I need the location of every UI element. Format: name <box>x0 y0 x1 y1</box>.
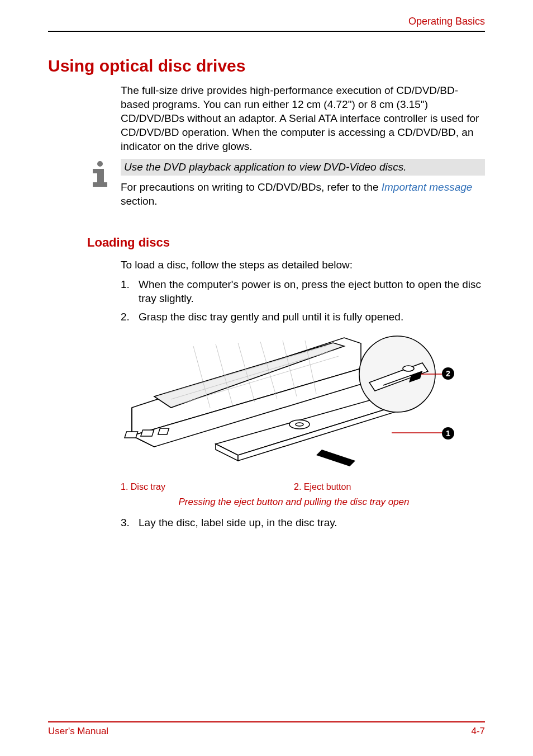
info-icon <box>87 160 113 190</box>
list-item: 1. When the computer's power is on, pres… <box>121 277 485 305</box>
precaution-paragraph: For precautions on writing to CD/DVD/BDs… <box>121 180 485 208</box>
important-message-link[interactable]: Important message <box>382 181 473 193</box>
footer-rule <box>48 721 485 722</box>
figure-callout-1: 1 <box>442 427 454 440</box>
step-number: 3. <box>121 516 139 530</box>
svg-rect-9 <box>125 432 138 438</box>
footer-page-number: 4-7 <box>471 726 485 737</box>
svg-rect-2 <box>97 169 104 185</box>
intro-paragraph: The full-size drive provides high-perfor… <box>121 83 485 153</box>
svg-point-20 <box>403 366 414 371</box>
heading-using-optical-disc-drives: Using optical disc drives <box>48 56 485 75</box>
step-text: Lay the disc, label side up, in the disc… <box>139 516 337 530</box>
svg-rect-10 <box>141 430 154 436</box>
note-text: Use the DVD playback application to view… <box>121 159 485 176</box>
heading-loading-discs: Loading discs <box>87 235 485 250</box>
step-number: 2. <box>121 310 139 324</box>
footer-manual-title: User's Manual <box>48 726 108 737</box>
loading-intro: To load a disc, follow the steps as deta… <box>121 258 485 272</box>
svg-rect-11 <box>158 428 169 434</box>
header-section-title: Operating Basics <box>48 16 485 31</box>
figure-label-eject-button: 2. Eject button <box>294 482 351 492</box>
figure-callout-2: 2 <box>442 367 454 380</box>
precaution-suffix: section. <box>121 195 157 207</box>
list-item: 3. Lay the disc, label side up, in the d… <box>121 516 485 530</box>
list-item: 2. Grasp the disc tray gently and pull u… <box>121 310 485 324</box>
svg-rect-3 <box>93 182 107 187</box>
figure-caption: Pressing the eject button and pulling th… <box>121 497 467 508</box>
precaution-prefix: For precautions on writing to CD/DVD/BDs… <box>121 181 382 193</box>
step-text: Grasp the disc tray gently and pull unti… <box>139 310 403 324</box>
svg-point-16 <box>296 423 303 426</box>
step-text: When the computer's power is on, press t… <box>139 277 485 305</box>
svg-point-0 <box>97 161 103 167</box>
step-number: 1. <box>121 277 139 305</box>
figure-label-disc-tray: 1. Disc tray <box>121 482 294 492</box>
svg-marker-17 <box>316 450 355 466</box>
figure-disc-tray: 1 2 <box>121 329 456 472</box>
